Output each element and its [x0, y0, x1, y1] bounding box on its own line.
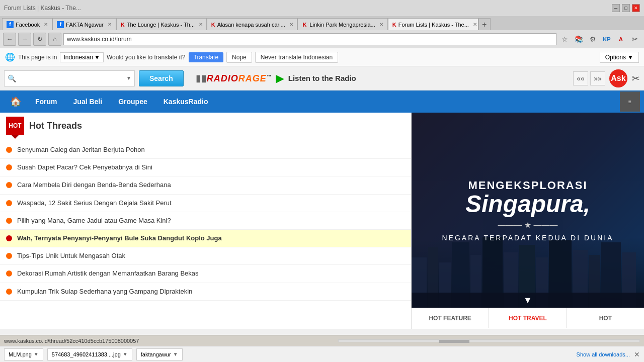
tab-forum-label: Forum Lists | Kaskus - The... [398, 22, 469, 28]
tab-hot-other[interactable]: HOT [567, 308, 644, 328]
download-fakta-label: faktangawur [141, 351, 171, 357]
linkin-favicon: K [302, 21, 308, 28]
kp-icon[interactable]: KP [601, 33, 613, 45]
hot-tabs: HOT FEATURE HOT TRAVEL HOT [412, 308, 644, 328]
back-button[interactable]: ← [3, 33, 16, 46]
tab-hot-feature[interactable]: HOT FEATURE [412, 308, 489, 328]
play-button[interactable]: ▶ [276, 72, 284, 85]
thread-item[interactable]: Kumpulan Trik Sulap Sederhana yang Gampa… [0, 283, 411, 301]
site-home-button[interactable]: 🏠 [4, 90, 27, 113]
next-arrow-button[interactable]: »» [590, 71, 605, 85]
translate-options-button[interactable]: Options ▼ [600, 52, 639, 63]
close-button[interactable]: ✕ [632, 4, 640, 12]
thread-bullet [6, 182, 12, 188]
status-url: www.kaskus.co.id/thread/52cc410d5ccb1750… [4, 338, 139, 344]
thread-bullet-active [6, 235, 12, 241]
scroll-bar[interactable] [338, 339, 640, 342]
bookmarks-icon[interactable]: 📚 [573, 33, 585, 45]
tools-icon[interactable]: ⚙ [587, 33, 599, 45]
thread-item[interactable]: Senyuman Caleg dan Jeritan Berjuta Pohon [0, 141, 411, 159]
address-text: www.kaskus.co.id/forum [67, 36, 132, 43]
nope-button[interactable]: Nope [226, 52, 252, 63]
title-bar: Forum Lists | Kaskus - The... ─ □ ✕ [0, 0, 644, 16]
tab-facebook-close[interactable]: ✕ [44, 22, 48, 27]
tab-facebook-label: Facebook [16, 22, 40, 28]
nav-jualbeli[interactable]: Jual Beli [65, 90, 111, 113]
tab-linkin[interactable]: K Linkin Park Mengapresia... ✕ [297, 18, 388, 30]
tab-lounge-label: The Lounge | Kaskus - Th... [127, 22, 195, 28]
tab-linkin-label: Linkin Park Mengapresia... [309, 22, 375, 28]
nav-forum[interactable]: Forum [27, 90, 65, 113]
tab-hot-travel[interactable]: HOT TRAVEL [489, 308, 567, 328]
thread-list: Senyuman Caleg dan Jeritan Berjuta Pohon… [0, 139, 411, 303]
singapore-overlay: MENGEKSPLORASI Singapura, ——— ★ ——— NEGA… [432, 169, 623, 252]
chevron-down-icon: ▼ [523, 295, 532, 306]
tab-alasan-close[interactable]: ✕ [289, 22, 293, 27]
thread-title: Tips-Tips Unik Untuk Mengasah Otak [17, 251, 125, 260]
address-bar[interactable]: www.kaskus.co.id/forum [63, 33, 556, 45]
thread-item[interactable]: Susah Dapet Pacar? Cek Penyebabnya di Si… [0, 159, 411, 176]
tab-fakta[interactable]: f FAKTA Ngawur ✕ [52, 18, 116, 30]
show-all-downloads-button[interactable]: Show all downloads... [577, 351, 630, 357]
thread-item[interactable]: Cara Membela Diri dengan Benda-Benda Sed… [0, 176, 411, 194]
new-tab-button[interactable]: + [478, 18, 491, 30]
maximize-button[interactable]: □ [622, 4, 630, 12]
scissors-icon[interactable]: ✂ [631, 72, 640, 84]
alasan-favicon: K [211, 21, 215, 28]
download-img-arrow[interactable]: ▼ [123, 351, 128, 357]
search-input[interactable] [18, 74, 126, 82]
title-text: Forum Lists | Kaskus - The... [4, 5, 81, 12]
scroll-thumb [439, 340, 469, 343]
mengeksplorasi-text: MENGEKSPLORASI [442, 179, 613, 192]
translate-button[interactable]: Translate [189, 52, 224, 62]
download-item-img[interactable]: 574683_49602411383....jpg ▼ [47, 348, 132, 360]
extra-icon2[interactable]: ✂ [629, 33, 641, 45]
bookmark-star-icon[interactable]: ☆ [558, 33, 571, 45]
language-dropdown[interactable]: Indonesian ▼ [60, 52, 104, 62]
thread-item[interactable]: Tips-Tips Unik Untuk Mengasah Otak [0, 247, 411, 265]
tab-facebook[interactable]: f Facebook ✕ [2, 18, 52, 30]
tab-forum-close[interactable]: ✕ [473, 22, 477, 27]
translate-bar: 🌐 This page is in Indonesian ▼ Would you… [0, 48, 644, 66]
tab-fakta-close[interactable]: ✕ [108, 22, 112, 27]
downloads-bar: MLM.png ▼ 574683_49602411383....jpg ▼ fa… [0, 346, 644, 362]
download-item-fakta[interactable]: faktangawur ▼ [136, 348, 183, 360]
tab-lounge[interactable]: K The Lounge | Kaskus - Th... ✕ [116, 18, 207, 30]
never-translate-button[interactable]: Never translate Indonesian [255, 52, 338, 63]
forum-favicon: K [392, 21, 396, 28]
tab-lounge-close[interactable]: ✕ [199, 22, 203, 27]
ask-button[interactable]: Ask [609, 69, 627, 87]
minimize-button[interactable]: ─ [612, 4, 620, 12]
thread-bullet [6, 253, 12, 259]
window-controls: ─ □ ✕ [612, 4, 640, 12]
download-mlm-arrow[interactable]: ▼ [34, 351, 39, 357]
show-all-label: Show all downloads... [577, 351, 630, 357]
download-fakta-arrow[interactable]: ▼ [173, 351, 178, 357]
thread-item[interactable]: Pilih yang Mana, Game Jadul atau Game Ma… [0, 212, 411, 230]
nav-bar: ← → ↻ ⌂ www.kaskus.co.id/forum ☆ 📚 ⚙ KP … [0, 30, 644, 48]
nav-kaskusradio[interactable]: KaskusRadio [155, 90, 216, 113]
nav-groupee[interactable]: Groupee [110, 90, 155, 113]
thread-item[interactable]: Waspada, 12 Sakit Serius Dengan Gejala S… [0, 195, 411, 212]
search-button[interactable]: Search [139, 70, 184, 86]
home-nav-button[interactable]: ⌂ [48, 33, 61, 46]
tab-linkin-close[interactable]: ✕ [379, 22, 383, 27]
extra-icon1[interactable]: A [615, 33, 627, 45]
status-bar: www.kaskus.co.id/thread/52cc410d5ccb1750… [0, 335, 644, 346]
thread-item-highlighted[interactable]: Wah, Ternyata Penyanyi-Penyanyi Bule Suk… [0, 230, 411, 247]
thread-bullet [6, 218, 12, 224]
forward-button[interactable]: → [18, 33, 31, 46]
close-downloads-button[interactable]: ✕ [634, 350, 640, 358]
search-dropdown-arrow[interactable]: ▼ [126, 75, 131, 81]
site-nav-icon[interactable]: ≡ [620, 92, 640, 112]
tab-fakta-label: FAKTA Ngawur [66, 22, 103, 28]
thread-bullet [6, 289, 12, 295]
download-item-mlm[interactable]: MLM.png ▼ [4, 348, 43, 360]
thread-bullet [6, 147, 12, 153]
reload-button[interactable]: ↻ [33, 33, 46, 46]
thread-item[interactable]: Dekorasi Rumah Artistik dengan Memanfaat… [0, 265, 411, 283]
tab-alasan[interactable]: K Alasan kenapa susah cari... ✕ [207, 18, 297, 30]
translate-prefix: This page is in [18, 54, 57, 61]
tab-forum[interactable]: K Forum Lists | Kaskus - The... ✕ [388, 18, 478, 30]
prev-arrow-button[interactable]: «« [573, 71, 588, 85]
